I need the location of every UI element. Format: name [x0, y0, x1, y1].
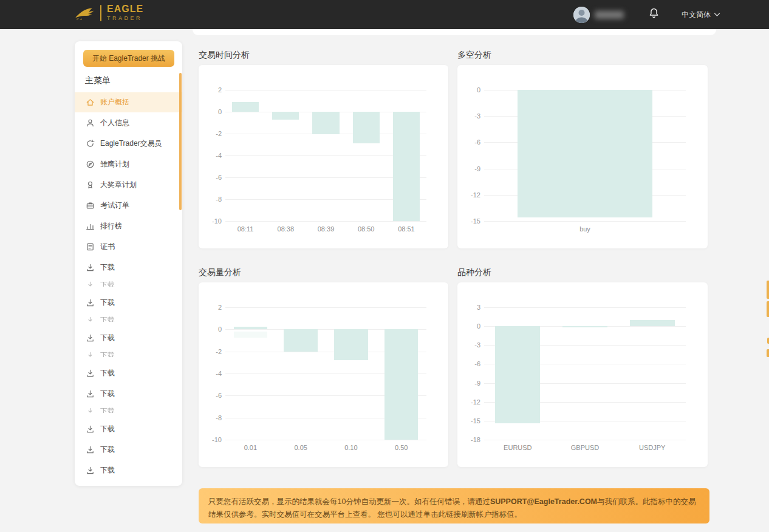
- sidebar-item-label: 下载: [100, 424, 115, 434]
- bar-08:11: [232, 102, 259, 112]
- sidebar-item-download[interactable]: 下载: [75, 439, 182, 460]
- chart-title-long-short: 多空分析: [457, 50, 491, 61]
- y-axis-tick: -18: [456, 436, 480, 443]
- bar-0.50: [384, 329, 418, 440]
- bar-buy: [518, 90, 652, 217]
- brand-logo: EAGLE TRADER: [74, 4, 143, 21]
- sidebar-item-download[interactable]: 下载: [75, 460, 182, 480]
- x-axis-tick: 08:11: [225, 225, 265, 233]
- download-icon: [86, 281, 95, 290]
- briefcase-icon: [86, 201, 95, 210]
- y-axis-tick: 3: [456, 304, 480, 311]
- update-notice-banner: 只要您有活跃交易，显示的结果就会每10分钟自动更新一次。如有任何错误，请通过SU…: [199, 488, 709, 523]
- download-icon: [86, 369, 95, 378]
- download-icon: [86, 466, 95, 475]
- sidebar-item-medal[interactable]: 大奖章计划: [75, 174, 182, 195]
- y-axis-tick: -2: [197, 348, 222, 355]
- x-axis-tick: 08:50: [346, 225, 386, 233]
- gridline: [484, 221, 686, 222]
- sidebar-item-user[interactable]: 个人信息: [75, 112, 182, 133]
- sidebar-item-briefcase[interactable]: 考试订单: [75, 195, 182, 216]
- gridline: [225, 221, 426, 222]
- sidebar-item-label: 考试订单: [100, 200, 129, 211]
- sidebar-item-label: 下载: [100, 298, 115, 308]
- sidebar-item-download[interactable]: 下载: [75, 313, 182, 327]
- bar-08:39: [312, 112, 339, 134]
- ghost-bar-artifact: [234, 332, 267, 338]
- sidebar-item-download[interactable]: 下载: [75, 278, 182, 292]
- language-selector[interactable]: 中文简体: [682, 10, 720, 20]
- sidebar-item-download[interactable]: 下载: [75, 404, 182, 418]
- edge-widget-tab[interactable]: [767, 281, 769, 299]
- brand-name-line1: EAGLE: [107, 4, 143, 14]
- sidebar-item-label: 下载: [100, 333, 115, 343]
- x-axis-tick: GBPUSD: [552, 444, 619, 451]
- y-axis-tick: -8: [197, 196, 222, 203]
- notification-bell-icon[interactable]: [648, 7, 660, 22]
- bar-08:50: [353, 112, 380, 143]
- start-challenge-button[interactable]: 开始 EagleTrader 挑战: [83, 50, 174, 67]
- y-axis-tick: -4: [197, 152, 222, 159]
- download-icon: [86, 407, 95, 416]
- sidebar-item-label: 下载: [100, 445, 115, 455]
- sidebar-item-download[interactable]: 下载: [75, 383, 182, 404]
- y-axis-tick: 2: [197, 304, 222, 311]
- x-axis-tick: 08:38: [265, 225, 306, 233]
- sidebar-item-compass[interactable]: 雏鹰计划: [75, 154, 182, 174]
- y-axis-tick: -15: [456, 217, 480, 225]
- download-icon: [86, 425, 95, 434]
- user-menu[interactable]: [573, 7, 624, 23]
- avatar[interactable]: [573, 7, 590, 23]
- sidebar-item-label: 大奖章计划: [100, 180, 137, 190]
- x-axis-tick: 0.01: [225, 444, 276, 451]
- bar-08:38: [272, 112, 299, 120]
- chart-title-trade-time: 交易时间分析: [199, 50, 250, 61]
- y-axis-tick: -10: [197, 436, 222, 443]
- sidebar-item-download[interactable]: 下载: [75, 257, 182, 278]
- sidebar-item-certificate[interactable]: 证书: [75, 236, 182, 257]
- sidebar-item-label: 证书: [100, 242, 115, 252]
- bar-EURUSD: [495, 326, 540, 423]
- sidebar-item-ranking[interactable]: 排行榜: [75, 216, 182, 236]
- sidebar-item-label: 排行榜: [100, 221, 122, 231]
- download-icon: [86, 298, 95, 307]
- notice-text-1: 只要您有活跃交易，显示的结果就会每10分钟自动更新一次。如有任何错误，请通过: [208, 497, 490, 506]
- gridline: [484, 307, 686, 308]
- scrolled-card-bottom-edge: [193, 29, 716, 35]
- bar-0.10: [334, 329, 367, 360]
- username-redacted: [595, 11, 624, 19]
- ranking-icon: [86, 222, 95, 231]
- sidebar-item-label: 下载: [100, 465, 115, 476]
- sidebar-item-refresh[interactable]: EagleTrader交易员: [75, 133, 182, 154]
- bar-08:51: [393, 112, 420, 221]
- y-axis-tick: 2: [197, 86, 222, 94]
- sidebar-item-label: 下载: [100, 262, 115, 273]
- sidebar-item-download[interactable]: 下载: [75, 363, 182, 383]
- x-axis-tick: 0.10: [326, 444, 377, 451]
- sidebar-item-label: 账户概括: [100, 97, 129, 107]
- sidebar-item-download[interactable]: 下载: [75, 418, 182, 439]
- y-axis-tick: 0: [456, 322, 480, 330]
- edge-widget-tab[interactable]: [767, 301, 769, 317]
- y-axis-tick: -3: [456, 112, 480, 120]
- download-icon: [86, 389, 95, 398]
- y-axis-tick: -6: [197, 392, 222, 399]
- gridline: [225, 440, 426, 440]
- x-axis-tick: 08:39: [306, 225, 346, 233]
- long-short-analysis-chart: 0-3-6-9-12-15buy: [457, 65, 708, 248]
- sidebar-item-label: EagleTrader交易员: [100, 138, 162, 149]
- sidebar-item-download[interactable]: 下载: [75, 348, 182, 363]
- edge-widget-tab[interactable]: [767, 349, 769, 357]
- sidebar-scrollbar[interactable]: [179, 73, 182, 210]
- brand-name-line2: TRADER: [107, 16, 143, 21]
- sidebar-item-home[interactable]: 账户概括: [75, 92, 182, 112]
- sidebar-item-label: 雏鹰计划: [100, 159, 129, 169]
- support-email: SUPPORT@EagleTrader.COM: [490, 497, 597, 506]
- symbol-analysis-chart: 30-3-6-9-12-15-18EURUSDGBPUSDUSDJPY: [457, 282, 708, 467]
- trade-time-analysis-chart: 20-2-4-6-8-1008:1108:3808:3908:5008:51: [199, 65, 448, 248]
- sidebar-item-download[interactable]: 下载: [75, 327, 182, 348]
- x-axis-tick: buy: [484, 225, 686, 233]
- top-bar: EAGLE TRADER: [0, 0, 769, 29]
- compass-icon: [86, 160, 95, 169]
- sidebar-item-download[interactable]: 下载: [75, 292, 182, 313]
